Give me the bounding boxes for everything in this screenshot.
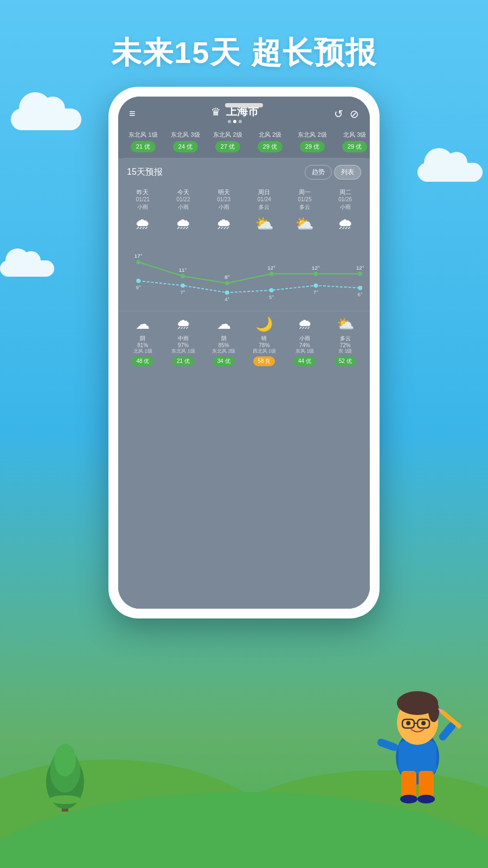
aqi-badge-2: 27 优 — [215, 141, 240, 152]
night-icon-3: 🌙 — [255, 316, 273, 333]
bottom-aqi-0: 48 优 — [132, 356, 153, 366]
night-condition-3: 晴 — [261, 335, 267, 342]
day-col-0: 昨天 01/21 小雨 🌧 — [123, 186, 163, 239]
svg-point-8 — [49, 795, 81, 804]
svg-point-38 — [418, 795, 435, 803]
bottom-wind-0: 北风 1级 — [133, 348, 152, 355]
forecast-title: 15天预报 — [127, 167, 163, 178]
character-decoration — [369, 671, 466, 825]
humidity-1: 97% — [178, 342, 189, 348]
bottom-wind-3: 西北风 1级 — [253, 348, 277, 355]
day-icon-2: 🌧 — [213, 213, 235, 235]
day-condition-3: 多云 — [259, 203, 269, 211]
svg-point-31 — [358, 285, 362, 290]
svg-rect-48 — [376, 738, 399, 752]
forecast-section: 15天预报 趋势 列表 昨天 01/21 小雨 🌧 今天 01/22 小雨 🌧 … — [118, 158, 370, 609]
day-icon-3: ⛅ — [253, 213, 275, 235]
bottom-wind-4: 东风 1级 — [296, 348, 314, 355]
wind-text-2: 东北风 2级 — [213, 131, 242, 139]
bottom-wind-5: 东 1级 — [338, 348, 352, 355]
day-icon-1: 🌧 — [172, 213, 194, 235]
humidity-5: 72% — [340, 342, 351, 348]
svg-text:6°: 6° — [358, 291, 363, 297]
svg-text:7°: 7° — [180, 289, 185, 295]
tree-decoration — [43, 741, 87, 814]
svg-rect-35 — [401, 771, 416, 798]
crown-icon[interactable]: ♛ — [211, 105, 221, 118]
night-icon-1: 🌧 — [176, 316, 190, 333]
day-name-0: 昨天 — [137, 188, 149, 196]
phone-screen: ≡ ♛ 上海市 ↺ ⊘ — [118, 97, 370, 609]
dot-1 — [228, 120, 231, 123]
aqi-item-0: 东北风 1级 21 优 — [125, 131, 162, 152]
aqi-item-4: 东北风 2级 29 优 — [294, 131, 331, 152]
svg-point-15 — [269, 271, 274, 276]
bottom-col-2: ☁ 阴 85% 东北风 2级 34 优 — [203, 314, 244, 369]
day-col-5: 周二 01/26 小雨 🌧 — [325, 186, 365, 239]
aqi-badge-1: 24 优 — [173, 141, 198, 152]
night-condition-2: 阴 — [221, 335, 227, 342]
night-condition-5: 多云 — [340, 335, 351, 342]
aqi-scroll-row: 东北风 1级 21 优 东北风 3级 24 优 东北风 2级 27 优 北风 2… — [118, 127, 370, 158]
temp-chart: 17°11°8°12°12°12°9°7°4°5°7°6° — [123, 244, 365, 309]
svg-point-29 — [314, 283, 318, 288]
svg-point-19 — [358, 271, 362, 276]
humidity-0: 81% — [137, 342, 148, 348]
bottom-aqi-4: 44 优 — [294, 356, 316, 366]
svg-point-27 — [269, 288, 274, 292]
day-name-3: 周日 — [258, 188, 270, 196]
svg-rect-36 — [419, 771, 434, 798]
day-condition-5: 小雨 — [340, 203, 351, 211]
svg-point-42 — [428, 700, 439, 722]
aqi-badge-0: 21 优 — [131, 141, 156, 152]
night-icon-4: 🌧 — [298, 316, 312, 333]
night-icon-0: ☁ — [136, 316, 150, 333]
day-date-0: 01/21 — [136, 196, 150, 202]
tab-trend[interactable]: 趋势 — [305, 165, 332, 180]
svg-text:5°: 5° — [269, 293, 274, 299]
day-date-5: 01/26 — [338, 196, 352, 202]
svg-point-9 — [136, 260, 140, 264]
share-icon[interactable]: ⊘ — [350, 107, 359, 120]
aqi-badge-3: 29 优 — [258, 141, 282, 152]
night-icon-5: ⛅ — [337, 316, 354, 333]
menu-icon[interactable]: ≡ — [129, 107, 136, 120]
svg-point-46 — [406, 721, 410, 725]
bottom-weather: ☁ 阴 81% 北风 1级 48 优 🌧 中雨 97% 东北风 1级 21 优 … — [118, 311, 370, 373]
svg-text:12°: 12° — [312, 265, 320, 271]
svg-text:17°: 17° — [134, 253, 143, 259]
tab-list[interactable]: 列表 — [334, 165, 361, 180]
night-condition-4: 小雨 — [299, 335, 310, 342]
bottom-col-1: 🌧 中雨 97% 东北风 1级 21 优 — [163, 314, 204, 369]
svg-text:4°: 4° — [224, 296, 229, 302]
forecast-header: 15天预报 趋势 列表 — [118, 158, 370, 184]
svg-point-11 — [181, 274, 185, 278]
day-icon-4: ⛅ — [294, 213, 316, 235]
svg-point-47 — [421, 721, 426, 725]
day-icon-0: 🌧 — [132, 213, 153, 235]
svg-text:7°: 7° — [313, 289, 318, 295]
bottom-col-4: 🌧 小雨 74% 东风 1级 44 优 — [285, 314, 325, 369]
day-col-1: 今天 01/22 小雨 🌧 — [163, 186, 204, 239]
day-condition-4: 多云 — [299, 203, 310, 211]
wind-text-1: 东北风 3级 — [171, 131, 200, 139]
dot-2 — [233, 120, 236, 123]
bottom-aqi-3: 58 良 — [253, 356, 275, 366]
aqi-item-1: 东北风 3级 24 优 — [167, 131, 204, 152]
night-condition-1: 中雨 — [178, 335, 189, 342]
bottom-aqi-5: 52 优 — [335, 356, 356, 366]
refresh-icon[interactable]: ↺ — [334, 107, 343, 120]
phone-frame: ≡ ♛ 上海市 ↺ ⊘ — [108, 87, 380, 618]
top-bar: ≡ ♛ 上海市 ↺ ⊘ — [118, 97, 370, 127]
bottom-wind-2: 东北风 2级 — [212, 348, 236, 355]
bottom-col-3: 🌙 晴 78% 西北风 1级 58 良 — [244, 314, 285, 369]
cloud-left-top — [11, 108, 81, 130]
day-columns: 昨天 01/21 小雨 🌧 今天 01/22 小雨 🌧 明天 01/23 小雨 … — [118, 184, 370, 241]
day-col-3: 周日 01/24 多云 ⛅ — [244, 186, 285, 239]
day-condition-2: 小雨 — [219, 203, 229, 211]
night-condition-0: 阴 — [140, 335, 145, 342]
wind-text-4: 东北风 2级 — [298, 131, 326, 139]
humidity-3: 78% — [259, 342, 269, 348]
day-name-4: 周一 — [299, 188, 311, 196]
top-bar-actions: ↺ ⊘ — [334, 107, 359, 120]
